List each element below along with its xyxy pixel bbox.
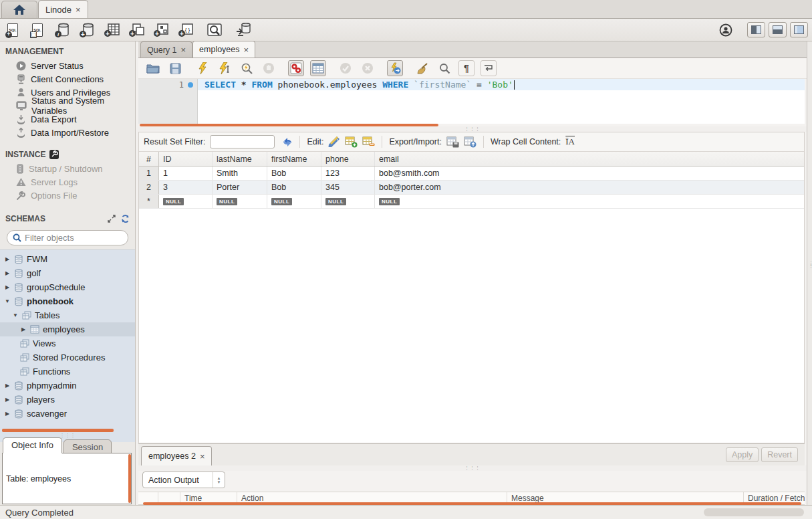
tree-node-schema[interactable]: ▶ phpmyadmin: [0, 379, 135, 393]
tab-query-1[interactable]: Query 1 ×: [140, 41, 192, 58]
commit-icon[interactable]: [337, 60, 354, 76]
cell-id[interactable]: 1: [159, 167, 213, 180]
create-function-icon[interactable]: { }+: [177, 21, 194, 39]
cell-id[interactable]: 3: [159, 181, 213, 194]
edit-record-icon[interactable]: [328, 136, 340, 147]
tree-node-schema[interactable]: ▶ golf: [0, 266, 135, 280]
new-sql-tab-icon[interactable]: SQL+: [4, 21, 21, 39]
tree-node-tables[interactable]: ▼ Tables: [0, 308, 135, 322]
close-icon[interactable]: ×: [180, 45, 186, 55]
schema-inspector-icon[interactable]: i: [53, 21, 71, 39]
export-recordset-icon[interactable]: [446, 136, 459, 148]
beautify-sql-icon[interactable]: [414, 60, 430, 76]
sidebar-item-data-import-restore[interactable]: Data Import/Restore: [0, 126, 135, 139]
tree-node-schema[interactable]: ▶ players: [0, 393, 135, 407]
chevron-right-icon[interactable]: ▶: [4, 397, 11, 403]
tree-node-table-employees[interactable]: ▶ employees: [0, 322, 135, 336]
toggle-left-panel-button[interactable]: [747, 22, 765, 37]
toggle-autocommit-icon[interactable]: [387, 60, 403, 76]
toggle-stop-on-error-icon[interactable]: [288, 60, 304, 76]
tab-employees-2[interactable]: employees 2 ×: [141, 446, 212, 465]
cell-phone[interactable]: 345: [321, 181, 375, 194]
create-view-icon[interactable]: +: [128, 21, 145, 39]
import-records-icon[interactable]: [464, 136, 477, 148]
explain-plan-icon[interactable]: [239, 60, 255, 76]
tab-object-info[interactable]: Object Info: [3, 437, 62, 453]
save-icon[interactable]: [167, 60, 183, 76]
tab-session[interactable]: Session: [63, 439, 112, 453]
user-admin-icon[interactable]: [717, 21, 734, 39]
sql-editor[interactable]: 1 SELECT * FROM phonebook.employees WHER…: [138, 79, 805, 124]
column-header-rownum[interactable]: #: [139, 152, 159, 166]
insert-row-icon[interactable]: [345, 136, 358, 148]
table-row[interactable]: 2 3 Porter Bob 345 bob@porter.com: [139, 181, 804, 195]
stop-query-icon[interactable]: [261, 60, 277, 76]
toggle-bottom-panel-button[interactable]: [769, 22, 787, 37]
execute-current-statement-icon[interactable]: [217, 60, 233, 76]
reconnect-dbms-icon[interactable]: [235, 21, 252, 39]
cell-null[interactable]: NULL: [267, 195, 321, 208]
find-icon[interactable]: [436, 60, 452, 76]
tree-node-schema-phonebook[interactable]: ▼ phonebook: [0, 294, 135, 308]
rollback-icon[interactable]: [360, 60, 376, 76]
table-row[interactable]: 1 1 Smith Bob 123 bob@smith.com: [139, 167, 804, 181]
sidebar-item-server-logs[interactable]: Server Logs: [0, 175, 135, 189]
close-icon[interactable]: ×: [244, 45, 249, 55]
chevron-right-icon[interactable]: ▶: [4, 383, 11, 389]
cell-email[interactable]: bob@porter.com: [375, 181, 804, 194]
cell-null[interactable]: NULL: [159, 195, 213, 208]
chevron-right-icon[interactable]: ▶: [4, 284, 11, 290]
status-scrollbar-thumb[interactable]: [704, 508, 804, 516]
tab-employees[interactable]: employees ×: [192, 41, 255, 58]
sidebar-horizontal-scrollbar[interactable]: [2, 429, 114, 432]
close-icon[interactable]: ×: [200, 451, 205, 461]
create-schema-icon[interactable]: +: [78, 21, 96, 39]
output-type-select[interactable]: Action Output ▲▼: [142, 472, 225, 488]
close-icon[interactable]: ×: [76, 5, 81, 15]
cell-firstname[interactable]: Bob: [267, 167, 321, 180]
column-header-phone[interactable]: phone: [321, 152, 375, 166]
delete-row-icon[interactable]: [362, 136, 375, 148]
cell-email[interactable]: bob@smith.com: [375, 167, 804, 180]
right-panel-splitter[interactable]: ⋮⋮: [807, 41, 812, 505]
object-info-scrollbar[interactable]: [128, 454, 131, 503]
column-header-lastname[interactable]: lastName: [213, 152, 267, 166]
chevron-right-icon[interactable]: ▶: [20, 326, 27, 332]
connection-tab-linode[interactable]: Linode ×: [38, 0, 88, 18]
column-header-firstname[interactable]: firstName: [267, 152, 321, 166]
search-table-data-icon[interactable]: [206, 21, 223, 39]
column-header-id[interactable]: ID: [159, 152, 213, 166]
tree-node-views[interactable]: Views: [0, 336, 135, 350]
cell-firstname[interactable]: Bob: [267, 181, 321, 194]
tree-node-schema[interactable]: ▶ scavenger: [0, 407, 135, 421]
tree-node-schema[interactable]: ▶ groupSchedule: [0, 280, 135, 294]
sidebar-item-status-system-variables[interactable]: Status and System Variables: [0, 99, 135, 112]
open-sql-script-icon[interactable]: SQL▣: [29, 21, 46, 39]
toggle-word-wrap-icon[interactable]: [481, 60, 497, 76]
editor-result-splitter[interactable]: ⋮⋮⋮: [138, 126, 807, 132]
cell-phone[interactable]: 123: [321, 167, 375, 180]
table-row-new[interactable]: * NULL NULL NULL NULL NULL: [139, 195, 804, 209]
revert-button[interactable]: Revert: [761, 447, 798, 462]
limit-rows-icon[interactable]: [310, 60, 326, 76]
open-file-icon[interactable]: [145, 60, 161, 76]
home-tab[interactable]: [1, 1, 37, 18]
tree-node-functions[interactable]: Functions: [0, 365, 135, 379]
sidebar-item-server-status[interactable]: Server Status: [0, 59, 135, 72]
toggle-right-panel-button[interactable]: [790, 22, 808, 37]
chevron-right-icon[interactable]: ▶: [4, 411, 11, 417]
cell-null[interactable]: NULL: [375, 195, 804, 208]
sidebar-item-options-file[interactable]: Options File: [0, 189, 135, 202]
chevron-down-icon[interactable]: ▼: [4, 298, 11, 304]
cell-null[interactable]: NULL: [321, 195, 375, 208]
tree-node-schema[interactable]: ▶ FWM: [0, 252, 135, 266]
chevron-down-icon[interactable]: ▼: [12, 312, 19, 318]
column-header-email[interactable]: email: [375, 152, 804, 166]
sidebar-item-client-connections[interactable]: Client Connections: [0, 72, 135, 86]
schema-filter-input[interactable]: [25, 233, 118, 243]
toggle-invisible-characters-icon[interactable]: ¶: [458, 60, 475, 76]
expand-schemas-icon[interactable]: [108, 215, 116, 223]
output-splitter[interactable]: ⋮⋮⋮: [138, 465, 807, 471]
select-spinner-icon[interactable]: ▲▼: [213, 472, 225, 488]
refresh-results-icon[interactable]: [282, 137, 293, 147]
